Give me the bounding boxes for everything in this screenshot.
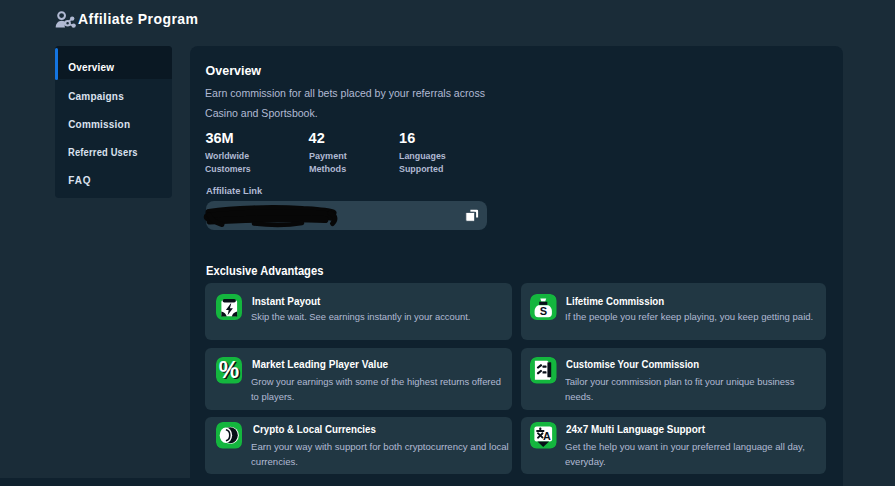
svg-text:S: S [540, 305, 547, 317]
svg-text:A: A [543, 430, 551, 442]
svg-text:%: % [218, 357, 238, 383]
